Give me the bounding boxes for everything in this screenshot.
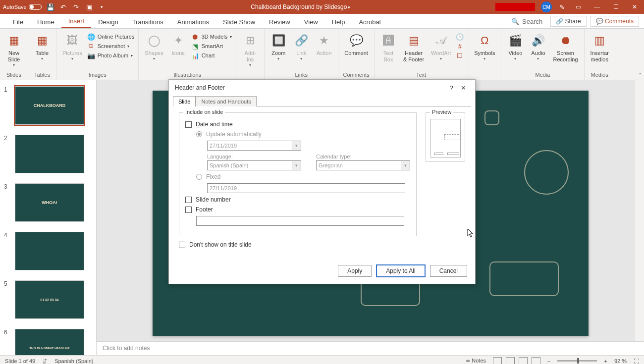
pictures-icon: 🖼 <box>64 33 80 49</box>
tab-home[interactable]: Home <box>30 15 61 28</box>
language-combo[interactable]: Spanish (Spain)▾ <box>207 160 301 170</box>
zoom-button[interactable]: 🔲Zoom▾ <box>268 31 288 61</box>
collapse-ribbon-icon[interactable]: ⌃ <box>638 72 642 78</box>
date-time-button[interactable]: 🕒 <box>456 33 464 41</box>
calendar-combo[interactable]: Gregorian▾ <box>316 160 410 170</box>
comments-button[interactable]: 💬 Comments <box>590 16 639 27</box>
zoom-level[interactable]: 92 % <box>614 358 627 364</box>
video-button[interactable]: 🎬Video▾ <box>505 31 525 61</box>
link-button[interactable]: 🔗Link▾ <box>291 31 311 61</box>
tab-insert[interactable]: Insert <box>61 14 92 28</box>
new-slide-button[interactable]: ▦ New Slide ▾ <box>4 31 24 67</box>
slide-number-checkbox[interactable] <box>185 197 192 203</box>
sorter-view-icon[interactable] <box>506 357 515 364</box>
search-box[interactable]: 🔍 Search <box>511 18 542 25</box>
dialog-help-icon[interactable]: ? <box>445 84 457 92</box>
update-auto-radio[interactable] <box>196 131 202 137</box>
fixed-label: Fixed <box>206 173 220 180</box>
zoom-slider[interactable] <box>557 360 597 362</box>
screenshot-button[interactable]: ⧉Screenshot ▾ <box>87 42 135 50</box>
save-icon[interactable]: 💾 <box>47 3 54 11</box>
shapes-button[interactable]: ◯ Shapes▾ <box>143 31 165 61</box>
tab-file[interactable]: File <box>6 15 30 28</box>
screen-recording-button[interactable]: ⏺Screen Recording <box>551 31 580 63</box>
thumb-6[interactable]: THIS IS A GREAT HEADLINE <box>15 329 84 355</box>
thumb-5[interactable]: 01 02 03 04 <box>15 280 84 319</box>
ribbon-options-icon[interactable]: ▭ <box>572 2 585 12</box>
date-format-combo[interactable]: 27/11/2019▾ <box>207 141 301 151</box>
online-pictures-button[interactable]: 🌐Online Pictures <box>87 33 135 41</box>
thumb-2[interactable] <box>15 135 84 173</box>
redo-icon[interactable]: ↷ <box>72 3 80 11</box>
language-status[interactable]: Spanish (Spain) <box>54 358 93 364</box>
tab-slideshow[interactable]: Slide Show <box>216 15 262 28</box>
insertar-medios-button[interactable]: ▥Insertar medios <box>589 31 611 63</box>
thumb-1[interactable]: CHALKBOARD <box>15 86 84 125</box>
pictures-button[interactable]: 🖼 Pictures ▾ <box>60 31 84 61</box>
3d-models-button[interactable]: ⬢3D Models ▾ <box>191 33 232 41</box>
video-icon: 🎬 <box>507 33 523 49</box>
icons-button[interactable]: ✦ Icons <box>168 31 188 56</box>
slideshow-icon[interactable]: ▣ <box>85 3 93 11</box>
dont-show-checkbox[interactable] <box>179 242 185 248</box>
dialog-tab-notes[interactable]: Notes and Handouts <box>196 96 256 106</box>
tab-review[interactable]: Review <box>262 15 297 28</box>
footer-checkbox[interactable] <box>185 207 192 213</box>
dialog-tab-slide[interactable]: Slide <box>173 96 196 106</box>
zoom-out-icon[interactable]: − <box>547 358 550 364</box>
tab-transitions[interactable]: Transitions <box>125 15 170 28</box>
vertical-scrollbar[interactable] <box>635 80 644 341</box>
notes-toggle[interactable]: ≐ Notes <box>466 358 486 364</box>
minimize-icon[interactable]: — <box>590 2 603 12</box>
normal-view-icon[interactable] <box>493 357 502 364</box>
header-footer-button[interactable]: ▤Header & Footer <box>401 31 426 63</box>
share-button[interactable]: 🔗 Share <box>550 16 586 27</box>
close-window-icon[interactable]: ✕ <box>628 2 641 12</box>
addins-button[interactable]: ⊞ Add- ins▾ <box>240 31 260 67</box>
accessibility-icon[interactable]: ⮃ <box>42 358 48 364</box>
autosave-switch[interactable] <box>29 4 42 10</box>
coming-soon-icon[interactable]: ✎ <box>558 3 566 11</box>
tab-acrobat[interactable]: Acrobat <box>352 15 388 28</box>
photo-album-button[interactable]: 📷Photo Album ▾ <box>87 52 135 59</box>
tab-design[interactable]: Design <box>91 15 125 28</box>
user-avatar[interactable]: CM <box>541 1 552 12</box>
object-button[interactable]: ☐ <box>456 52 464 59</box>
slideshow-view-icon[interactable] <box>532 357 540 364</box>
textbox-button[interactable]: 🅰Text Box <box>378 31 398 63</box>
notes-pane[interactable]: Click to add notes <box>97 341 644 355</box>
slide-thumbnails[interactable]: 1CHALKBOARD 2 3WHOA! 4 501 02 03 04 6THI… <box>0 80 97 355</box>
chart-button[interactable]: 📊Chart <box>191 52 232 59</box>
slide-number-button[interactable]: # <box>456 42 464 50</box>
autosave-toggle[interactable]: AutoSave <box>3 4 42 10</box>
undo-icon[interactable]: ↶ <box>59 3 67 11</box>
zoom-in-icon[interactable]: + <box>604 358 607 364</box>
audio-button[interactable]: 🔊Audio▾ <box>528 31 548 61</box>
date-time-checkbox[interactable] <box>185 121 192 128</box>
cancel-button[interactable]: Cancel <box>430 265 467 277</box>
maximize-icon[interactable]: ☐ <box>609 2 622 12</box>
footer-input[interactable] <box>196 216 404 226</box>
thumb-4[interactable] <box>15 232 84 270</box>
tab-help[interactable]: Help <box>325 15 352 28</box>
fit-to-window-icon[interactable]: ⛶ <box>634 358 639 364</box>
qat-dropdown-icon[interactable]: ▾ <box>98 3 106 11</box>
action-button[interactable]: ★Action <box>314 31 334 56</box>
fixed-radio[interactable] <box>196 174 202 180</box>
dialog-close-icon[interactable]: ✕ <box>457 84 469 92</box>
apply-all-button[interactable]: Apply to All <box>376 265 425 277</box>
tab-view[interactable]: View <box>297 15 325 28</box>
thumb-3[interactable]: WHOA! <box>15 183 84 222</box>
document-title: Chalkboard Background by Slidesgo▾ <box>106 3 495 10</box>
apply-button[interactable]: Apply <box>338 265 372 277</box>
fixed-date-input[interactable] <box>207 183 405 193</box>
symbols-button[interactable]: ΩSymbols▾ <box>472 31 497 61</box>
comment-button[interactable]: 💬Comment <box>342 31 370 56</box>
table-button[interactable]: ▦ Table ▾ <box>32 31 52 61</box>
smartart-button[interactable]: ⬔SmartArt <box>191 42 232 50</box>
date-time-icon: 🕒 <box>456 33 464 41</box>
tab-animations[interactable]: Animations <box>170 15 216 28</box>
reading-view-icon[interactable] <box>519 357 528 364</box>
wordart-button[interactable]: 𝒜WordArt▾ <box>429 31 453 61</box>
thumb-num: 1 <box>4 86 11 125</box>
